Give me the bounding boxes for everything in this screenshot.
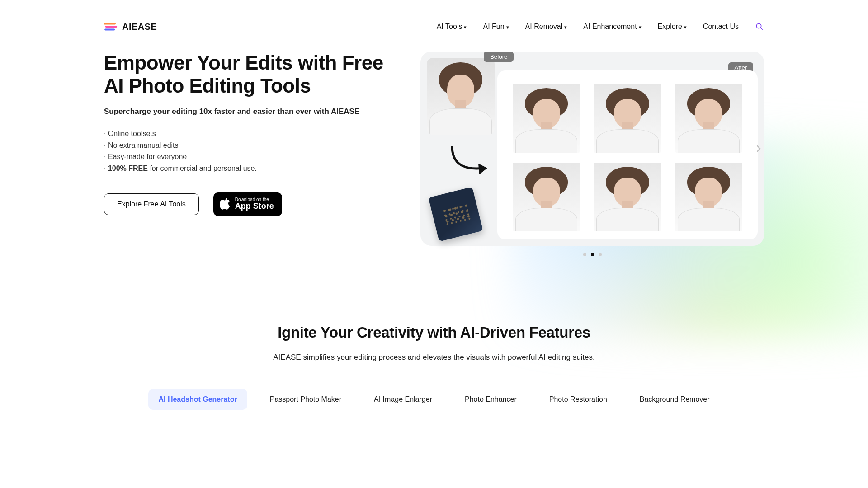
hero: Empower Your Edits with Free AI Photo Ed… [104, 52, 764, 256]
headshot-1 [513, 84, 580, 153]
explore-tools-button[interactable]: Explore Free AI Tools [104, 193, 199, 215]
headshot-2 [594, 84, 661, 153]
hero-ctas: Explore Free AI Tools Download on the Ap… [104, 192, 402, 216]
tab-passport-photo[interactable]: Passport Photo Maker [260, 389, 351, 410]
nav-label: AI Tools [437, 23, 462, 31]
chevron-down-icon: ▾ [506, 25, 509, 30]
nav-label: AI Fun [483, 23, 504, 31]
hero-copy: Empower Your Edits with Free AI Photo Ed… [104, 52, 402, 216]
hero-subtitle: Supercharge your editing 10x faster and … [104, 107, 402, 116]
before-badge: Before [484, 52, 514, 62]
tab-image-enlarger[interactable]: AI Image Enlarger [364, 389, 442, 410]
features-title: Ignite Your Creativity with AI-Driven Fe… [104, 324, 764, 341]
headshot-5 [594, 163, 661, 231]
carousel-dot-1[interactable] [583, 253, 586, 256]
bullet-strong: 100% FREE [108, 164, 148, 172]
nav-label: AI Removal [525, 23, 563, 31]
nav-links: AI Tools ▾ AI Fun ▾ AI Removal ▾ AI Enha… [437, 22, 764, 31]
nav-label: Contact Us [703, 23, 739, 31]
arrow-icon [443, 142, 493, 178]
nav-label: Explore [658, 23, 682, 31]
carousel-dot-3[interactable] [599, 253, 602, 256]
brand-name: AIEASE [122, 22, 157, 32]
passport-icon [428, 187, 483, 241]
tab-headshot-generator[interactable]: AI Headshot Generator [148, 389, 247, 410]
tab-background-remover[interactable]: Background Remover [630, 389, 720, 410]
hero-title-line1: Empower Your Edits with Free [104, 52, 383, 74]
search-icon[interactable] [755, 22, 764, 31]
tab-photo-restoration[interactable]: Photo Restoration [539, 389, 617, 410]
hero-title-line2: AI Photo Editing Tools [104, 75, 311, 97]
bullet-rest: for commercial and personal use. [148, 164, 257, 172]
carousel-card: Before After [420, 52, 764, 246]
nav-item-explore[interactable]: Explore ▾ [658, 23, 687, 31]
bullet: · 100% FREE for commercial and personal … [104, 163, 402, 174]
nav-item-ai-fun[interactable]: AI Fun ▾ [483, 23, 509, 31]
apple-icon [220, 198, 231, 211]
hero-visual: Before After [420, 52, 764, 256]
logo-icon [104, 21, 118, 32]
headshot-4 [513, 163, 580, 231]
svg-point-0 [756, 23, 761, 28]
chevron-right-icon [754, 144, 763, 153]
svg-line-1 [761, 28, 763, 30]
bullet: · Easy-made for everyone [104, 151, 402, 163]
appstore-big: App Store [235, 202, 274, 211]
nav-item-contact[interactable]: Contact Us [703, 23, 739, 31]
tab-photo-enhancer[interactable]: Photo Enhancer [455, 389, 527, 410]
bullet: · No extra manual edits [104, 140, 402, 151]
features-section: Ignite Your Creativity with AI-Driven Fe… [104, 324, 764, 410]
hero-title: Empower Your Edits with Free AI Photo Ed… [104, 52, 402, 97]
appstore-text: Download on the App Store [235, 197, 274, 211]
chevron-down-icon: ▾ [464, 25, 467, 30]
chevron-down-icon: ▾ [564, 25, 567, 30]
chevron-down-icon: ▾ [684, 25, 687, 30]
nav-item-ai-enhancement[interactable]: AI Enhancement ▾ [583, 23, 641, 31]
nav-item-ai-tools[interactable]: AI Tools ▾ [437, 23, 467, 31]
chevron-down-icon: ▾ [639, 25, 642, 30]
headshot-6 [675, 163, 742, 231]
bullet: · Online toolsets [104, 128, 402, 140]
nav-item-ai-removal[interactable]: AI Removal ▾ [525, 23, 567, 31]
carousel-next-button[interactable] [750, 135, 766, 162]
feature-tabs: AI Headshot Generator Passport Photo Mak… [104, 389, 764, 410]
features-subtitle: AIEASE simplifies your editing process a… [104, 353, 764, 362]
headshot-3 [675, 84, 742, 153]
top-nav: AIEASE AI Tools ▾ AI Fun ▾ AI Removal ▾ … [104, 0, 764, 41]
after-grid [497, 70, 758, 239]
carousel-dot-2[interactable] [591, 253, 594, 256]
nav-label: AI Enhancement [583, 23, 637, 31]
brand-logo[interactable]: AIEASE [104, 21, 157, 32]
hero-bullets: · Online toolsets · No extra manual edit… [104, 128, 402, 174]
carousel-dots [420, 253, 764, 256]
app-store-button[interactable]: Download on the App Store [213, 192, 282, 216]
